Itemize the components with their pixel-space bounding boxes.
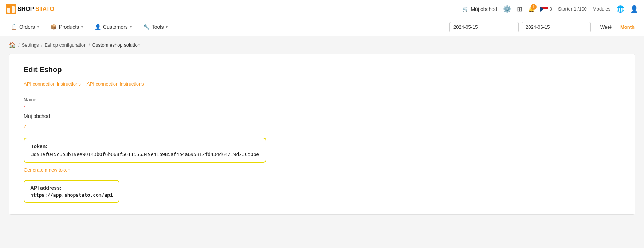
generate-token-link[interactable]: Generate a new token — [24, 167, 70, 173]
api-link-1[interactable]: API connection instructions — [24, 81, 81, 87]
breadcrumb-eshop-config[interactable]: Eshop configuration — [44, 42, 86, 48]
orders-icon: 📋 — [11, 24, 17, 30]
svg-rect-1 — [7, 8, 10, 13]
customers-chevron: ▾ — [130, 25, 132, 29]
logo-shop-text: SHOP — [17, 6, 34, 12]
separator-3: / — [89, 42, 90, 48]
date-from-input[interactable] — [449, 22, 519, 32]
month-button[interactable]: Month — [617, 22, 638, 32]
api-address-value: https://app.shopstato.com/api — [30, 192, 113, 198]
tools-icon: 🔧 — [144, 24, 150, 30]
api-links: API connection instructions API connecti… — [24, 81, 620, 87]
token-box: Token: 3d91ef045c6b3b19ee90143b0f6b068f5… — [24, 138, 266, 163]
card-title: Edit Eshop — [24, 66, 620, 74]
customers-label: Customers — [103, 24, 128, 30]
flag-count: 0 — [550, 6, 552, 12]
name-input[interactable] — [24, 110, 620, 122]
name-hint: ? — [24, 124, 620, 129]
token-section: Token: 3d91ef045c6b3b19ee90143b0f6b068f5… — [24, 138, 620, 173]
nav-customers[interactable]: 👤 Customers ▾ — [90, 18, 137, 36]
tools-chevron: ▾ — [166, 25, 168, 29]
products-icon: 📦 — [51, 24, 57, 30]
top-nav-right: 🛒 Můj obchod ⚙️ ⊞ 🔔 1 0 Starter 1 /100 M… — [462, 5, 638, 13]
secondary-nav: 📋 Orders ▾ 📦 Products ▾ 👤 Customers ▾ 🔧 … — [0, 18, 644, 36]
svg-rect-2 — [12, 6, 15, 13]
customers-icon: 👤 — [95, 24, 101, 30]
api-link-2[interactable]: API connection instructions — [87, 81, 144, 87]
api-address-section: API address: https://app.shopstato.com/a… — [24, 180, 620, 203]
api-address-label: API address: — [30, 185, 113, 191]
date-to-input[interactable] — [522, 22, 591, 32]
required-star: * — [24, 105, 25, 110]
breadcrumb-settings[interactable]: Settings — [22, 42, 39, 48]
api-address-box: API address: https://app.shopstato.com/a… — [24, 180, 119, 203]
store-label: Můj obchod — [471, 6, 497, 12]
store-nav-item[interactable]: 🛒 Můj obchod — [462, 6, 497, 12]
gear-icon[interactable]: ⚙️ — [503, 5, 511, 13]
orders-label: Orders — [19, 24, 35, 30]
week-button[interactable]: Week — [597, 22, 616, 32]
logo-icon — [6, 4, 16, 14]
name-label: Name — [24, 97, 620, 102]
orders-chevron: ▾ — [37, 25, 39, 29]
breadcrumb: 🏠 / Settings / Eshop configuration / Cus… — [0, 36, 644, 54]
flag-icon — [540, 7, 548, 12]
logo[interactable]: SHOPSTATO — [6, 4, 54, 14]
nav-products[interactable]: 📦 Products ▾ — [46, 18, 88, 36]
date-range: Week Month — [449, 22, 638, 32]
nav-tools[interactable]: 🔧 Tools ▾ — [138, 18, 173, 36]
name-form-group: Name * ? — [24, 97, 620, 129]
token-label: Token: — [31, 143, 259, 149]
logo-stato-text: STATO — [35, 6, 54, 12]
grid-icon[interactable]: ⊞ — [517, 5, 522, 13]
modules-button[interactable]: Modules — [593, 6, 610, 12]
logo-area: SHOPSTATO — [6, 4, 54, 14]
language-selector[interactable]: 0 — [540, 6, 552, 12]
separator-2: / — [41, 42, 43, 48]
nav-orders[interactable]: 📋 Orders ▾ — [6, 18, 44, 36]
globe-icon[interactable]: 🌐 — [616, 5, 624, 13]
edit-eshop-card: Edit Eshop API connection instructions A… — [9, 54, 635, 215]
plan-label[interactable]: Starter 1 /100 — [558, 6, 587, 12]
period-buttons: Week Month — [597, 22, 638, 32]
user-icon[interactable]: 👤 — [630, 5, 638, 13]
token-value: 3d91ef045c6b3b19ee90143b0f6b068f56115563… — [31, 151, 259, 157]
separator-1: / — [18, 42, 20, 48]
cart-icon: 🛒 — [462, 6, 468, 12]
home-icon[interactable]: 🏠 — [9, 42, 16, 48]
tools-label: Tools — [152, 24, 164, 30]
main-content: Edit Eshop API connection instructions A… — [0, 54, 644, 224]
products-label: Products — [59, 24, 79, 30]
notification-badge: 1 — [531, 4, 537, 10]
products-chevron: ▾ — [81, 25, 83, 29]
breadcrumb-current: Custom eshop solution — [92, 42, 140, 48]
top-nav: SHOPSTATO 🛒 Můj obchod ⚙️ ⊞ 🔔 1 0 Starte… — [0, 0, 644, 18]
notification-bell[interactable]: 🔔 1 — [528, 6, 534, 12]
